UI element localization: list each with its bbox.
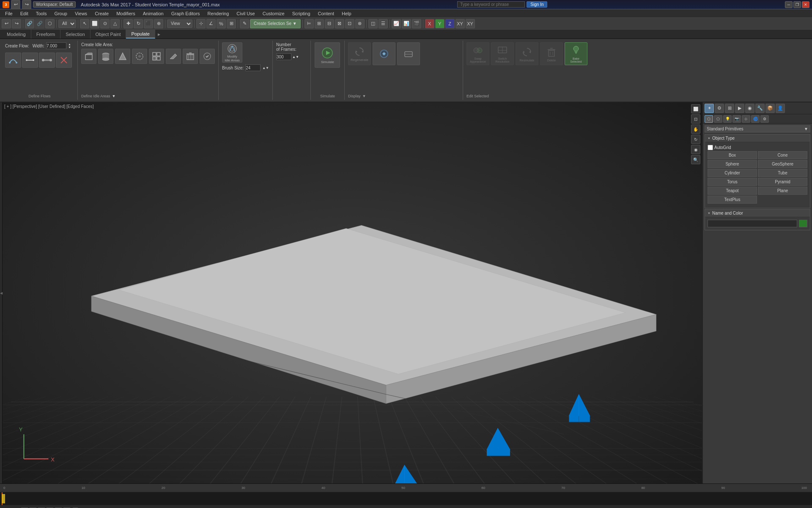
motion-panel-btn[interactable]: ▶ <box>735 104 744 113</box>
panel-tab-helpers[interactable]: ⊹ <box>742 115 750 123</box>
tab-selection[interactable]: Selection <box>60 30 90 39</box>
place-high-btn[interactable]: ⊠ <box>335 19 344 28</box>
signin-button[interactable]: Sign In <box>527 1 547 8</box>
rotate-btn[interactable]: ↻ <box>134 19 143 28</box>
plane-btn[interactable]: Plane <box>758 187 807 195</box>
geosphere-btn[interactable]: GeoSphere <box>758 160 807 168</box>
undo-btn[interactable]: ↩ <box>11 0 20 9</box>
swap-appearance-btn[interactable]: Swap Appearance <box>466 42 489 65</box>
tab-modeling[interactable]: Modeling <box>2 30 31 39</box>
percent-snap-btn[interactable]: % <box>217 19 226 28</box>
panel-tab-systems[interactable]: ⚙ <box>760 115 769 123</box>
display-btn3[interactable] <box>397 42 420 65</box>
autogrid-checkbox[interactable]: AutoGrid <box>708 145 731 150</box>
dope-sheet-btn[interactable]: 📊 <box>402 19 411 28</box>
idle-area-edit-btn[interactable] <box>166 49 181 64</box>
select-region-rect[interactable]: ⬜ <box>90 19 99 28</box>
populate-panel-btn[interactable]: 👤 <box>776 104 785 113</box>
placement-btn[interactable]: ⊕ <box>154 19 163 28</box>
unlink-btn[interactable]: 🔗 <box>35 19 44 28</box>
select-region-circle[interactable]: ⊙ <box>100 19 110 28</box>
link-btn[interactable]: 🔗 <box>25 19 34 28</box>
undo-toolbar-btn[interactable]: ↩ <box>2 19 11 28</box>
sphere-btn[interactable]: Sphere <box>708 160 757 168</box>
draw-flow-btn[interactable] <box>5 52 21 68</box>
angle-snap-btn[interactable]: ∠ <box>206 19 216 28</box>
panel-tab-shapes[interactable]: ⬠ <box>714 115 722 123</box>
tab-overflow-btn[interactable]: ▸ <box>156 31 162 37</box>
redo-toolbar-btn[interactable]: ↪ <box>12 19 21 28</box>
x-axis-btn[interactable]: X <box>425 19 434 28</box>
redo-btn[interactable]: ↪ <box>22 0 31 9</box>
move-btn[interactable]: ✚ <box>123 19 133 28</box>
menu-modifiers[interactable]: Modifiers <box>113 10 139 17</box>
select-btn[interactable]: ↖ <box>80 19 89 28</box>
scene-explorer-btn[interactable]: ☰ <box>379 19 388 28</box>
menu-group[interactable]: Group <box>51 10 71 17</box>
idle-area-paint-btn[interactable] <box>132 49 147 64</box>
menu-civil-use[interactable]: Civil Use <box>233 10 258 17</box>
panel-tab-geometry[interactable]: ⬡ <box>705 115 713 123</box>
idle-area-delete-btn[interactable] <box>183 49 198 64</box>
edit-named-sel-btn[interactable]: ✎ <box>240 19 249 28</box>
resimulate-btn[interactable]: Resimulate <box>516 42 538 65</box>
pyramid-btn[interactable]: Pyramid <box>758 178 807 186</box>
align-view-btn[interactable]: ⊗ <box>355 19 365 28</box>
layer-manager-btn[interactable]: ◫ <box>368 19 378 28</box>
panel-tab-cameras[interactable]: 📷 <box>732 115 741 123</box>
delete-flow-btn[interactable] <box>56 52 72 68</box>
normal-align-btn[interactable]: ⊟ <box>325 19 334 28</box>
regenerate-btn[interactable]: Regenerate <box>348 42 371 65</box>
vp-field-of-view[interactable]: ◉ <box>691 145 700 154</box>
vp-orbit[interactable]: ↻ <box>691 135 700 144</box>
display-dropdown-arrow[interactable]: ▼ <box>362 94 366 98</box>
create-panel-btn[interactable]: ✦ <box>705 104 714 113</box>
menu-create[interactable]: Create <box>91 10 112 17</box>
tab-populate[interactable]: Populate <box>126 30 155 39</box>
minimize-button[interactable]: ─ <box>785 1 793 8</box>
num-frames-input[interactable] <box>276 53 291 60</box>
display-btn2[interactable] <box>373 42 395 65</box>
idle-area-box-btn[interactable] <box>81 49 96 64</box>
modify-panel-btn[interactable]: ⚙ <box>715 104 724 113</box>
motion-mixer-btn[interactable]: 🎬 <box>412 19 421 28</box>
asset-tracking-btn[interactable]: 📦 <box>765 104 775 113</box>
frames-spinner[interactable]: ▲▼ <box>292 55 299 59</box>
name-input[interactable] <box>708 220 797 227</box>
tab-freeform[interactable]: Freeform <box>31 30 61 39</box>
viewport[interactable]: Y X <box>3 102 702 483</box>
hierarchy-panel-btn[interactable]: ⊞ <box>725 104 734 113</box>
idle-area-cone-btn[interactable] <box>115 49 130 64</box>
panel-tab-lights[interactable]: 💡 <box>723 115 732 123</box>
filter-dropdown[interactable]: All <box>58 19 76 28</box>
menu-rendering[interactable]: Rendering <box>204 10 233 17</box>
vp-zoom-region[interactable]: ⊡ <box>691 114 700 124</box>
menu-tools[interactable]: Tools <box>33 10 50 17</box>
idle-area-select2-btn[interactable] <box>200 49 215 64</box>
brush-size-input[interactable] <box>245 64 261 71</box>
close-button[interactable]: ✕ <box>802 1 809 8</box>
cone-btn[interactable]: Cone <box>758 151 807 159</box>
vp-zoom[interactable]: 🔍 <box>691 155 700 164</box>
z-axis-btn[interactable]: Z <box>445 19 455 28</box>
name-color-header[interactable]: Name and Color <box>705 210 810 217</box>
width-spinner[interactable]: ▲ ▼ <box>68 43 71 49</box>
menu-scripting[interactable]: Scripting <box>289 10 314 17</box>
edit-flow-btn[interactable] <box>39 52 55 68</box>
menu-file[interactable]: File <box>2 10 16 17</box>
cylinder-btn[interactable]: Cylinder <box>708 169 757 177</box>
idle-area-cylinder-btn[interactable] <box>98 49 113 64</box>
menu-views[interactable]: Views <box>71 10 91 17</box>
textplus-btn[interactable]: TextPlus <box>708 196 757 204</box>
idle-area-select-btn[interactable] <box>149 49 164 64</box>
menu-edit[interactable]: Edit <box>17 10 32 17</box>
color-swatch[interactable] <box>799 220 807 227</box>
y-axis-btn[interactable]: Y <box>435 19 444 28</box>
mirror-btn[interactable]: ⊨ <box>304 19 314 28</box>
display-panel-btn[interactable]: ◉ <box>745 104 754 113</box>
tab-object-paint[interactable]: Object Paint <box>91 30 126 39</box>
select-region-fence[interactable]: △ <box>110 19 120 28</box>
create-selection-button[interactable]: Create Selection Se ▼ <box>250 19 301 28</box>
vp-zoom-extents[interactable]: ⬜ <box>691 104 700 113</box>
spinner-snap-btn[interactable]: ⊞ <box>227 19 236 28</box>
